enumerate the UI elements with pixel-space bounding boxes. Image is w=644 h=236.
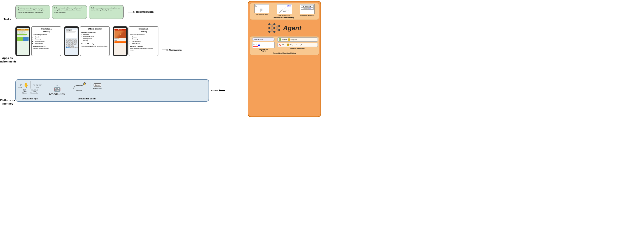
screen-bar-3: [17, 36, 24, 36]
function-label: Function of Elements: [256, 14, 268, 15]
lift-action: ✋ Lift: [24, 83, 28, 88]
action-types-label: Various Action Types: [22, 98, 38, 100]
vertical-divider-2: [29, 89, 29, 97]
pizza-image: 🍕: [114, 30, 126, 38]
article-title-widget: ARTICLE TITLE — Authored by XXX: [301, 5, 314, 10]
decision-content: should tap "XXX" ARTICLE TITLE Authored …: [251, 37, 318, 51]
content-area: Search me some tips on how to make Ukrai…: [15, 0, 247, 118]
phone-mockup-3: PizzaHut 🍕 Hello there! 🙋 Delivery 🛒 Add: [113, 26, 128, 56]
decision-section: should tap "XXX" ARTICLE TITLE Authored …: [250, 36, 319, 55]
failure-item: ❌ Failure 😟 Maybe another way?: [277, 43, 318, 47]
task-bubble-3: Order me today's recommended pizza and d…: [89, 5, 124, 19]
cap-function: ▽ Item 1 Item 2 Item 3 Item 4 Function o…: [253, 4, 270, 15]
click-action: ☞ ☞ ☞ Click: [33, 84, 42, 88]
agent-center: Agent: [250, 21, 319, 35]
understanding-items: ▽ Item 1 Item 2 Item 3 Item 4 Function o…: [251, 4, 318, 16]
success-response: Ok go on!: [291, 39, 297, 40]
app-title-shopping: Shopping &Ordering: [130, 28, 157, 33]
objects-divider: [90, 82, 91, 90]
pizza-brand: PizzaHut: [114, 29, 126, 30]
screen-bar-2: [17, 35, 26, 35]
decision-label: Capability of Decision-Making: [251, 52, 318, 54]
thumb-1: [17, 37, 23, 41]
article-action-widget: ARTICLE TITLE Authored by XXX: [252, 42, 274, 48]
mobile-env-center: 🤖 Mobile-Env: [49, 85, 65, 96]
phone-screen-1: wikiHow Welcome to wikiHow,the most trus…: [17, 28, 29, 55]
action-types-section: ☞ Touch ✋ Lift ☞ ☞ ☞: [18, 81, 45, 100]
ops-list-1: Search Browsing Comprehension Management: [35, 36, 60, 45]
tasks-section: Search me some tips on how to make Ukrai…: [16, 1, 246, 23]
app-group-knowledge: wikiHow Welcome to wikiHow,the most trus…: [16, 26, 61, 56]
wikihow-brand: wikiHow: [17, 29, 28, 30]
phone-mockup-2: Letter to My Boss qwertyuiop asdfghjkl z…: [64, 26, 79, 56]
happy-face: 😊: [288, 38, 290, 41]
mobile-env-label: Mobile-Env: [49, 92, 65, 96]
info-box-knowledge: Knowledge &Reading Featured Operations: …: [31, 26, 61, 56]
divider-2: [16, 76, 246, 76]
cap-links: Link See more about theauthor. Links bet…: [276, 4, 293, 16]
platform-section: ☞ Touch ✋ Lift ☞ ☞ ☞: [16, 77, 246, 103]
understanding-label: Capability of Understanding ...: [251, 17, 318, 18]
dropdown-widget: ▽: [255, 5, 258, 7]
links-label: Links between Pages: [278, 15, 290, 16]
lift-icon: ✋: [24, 83, 28, 87]
neural-net-svg: [268, 22, 281, 34]
phone-mockup-1: wikiHow Welcome to wikiHow,the most trus…: [16, 26, 30, 56]
svg-point-2: [268, 23, 270, 25]
agent-title: Agent: [283, 24, 302, 32]
links-icon-box: Link See more about theauthor.: [277, 4, 292, 14]
divider-1: [16, 24, 246, 24]
pixel-wise-section: ✋ Pixel-wise: [72, 81, 88, 91]
info-box-office: Office & Creation Featured Operations: B…: [80, 26, 110, 56]
action-objects-label: Various Action Objects: [78, 98, 96, 100]
observation-label: Observation: [168, 49, 182, 51]
obs-arrow: ⟶: [161, 47, 168, 53]
svg-point-7: [273, 31, 275, 33]
intent-label: Intent-Action Mapping: [259, 49, 268, 51]
app-title-office: Office & Creation: [82, 28, 108, 30]
feedback-label: Reacting to Feedback: [277, 48, 318, 49]
action-label: Action: [211, 89, 218, 92]
app-group-office: Letter to My Boss qwertyuiop asdfghjkl z…: [64, 26, 110, 56]
svg-point-6: [273, 27, 275, 29]
keyboard-area: qwertyuiop asdfghjkl zxcvbnm: [66, 39, 77, 47]
app-group-shopping: PizzaHut 🍕 Hello there! 🙋 Delivery 🛒 Add…: [113, 26, 158, 56]
success-label: Success: [282, 39, 287, 40]
action-icons: ☞ Touch ✋ Lift ☞ ☞ ☞: [18, 81, 42, 88]
main-diagram: Tasks Apps as Environments Platform as I…: [0, 0, 322, 118]
apps-section: wikiHow Welcome to wikiHow,the most trus…: [16, 25, 246, 75]
tap-bubble: should tap "XXX": [252, 37, 274, 41]
task-bubble-1: Search me some tips on how to make Ukrai…: [16, 5, 50, 19]
platform-box: ☞ Touch ✋ Lift ☞ ☞ ☞: [16, 79, 209, 102]
left-labels-column: Tasks Apps as Environments Platform as I…: [0, 0, 15, 118]
click-icon-3: ☞: [39, 84, 42, 87]
screen-bar-1: [17, 34, 27, 35]
apps-label: Apps as Environments: [0, 56, 17, 63]
feedback-section: ✅ Success 😊 Ok go on! ❌ Failure 😟 Maybe …: [277, 37, 318, 51]
intent-action-box: should tap "XXX" ARTICLE TITLE Authored …: [251, 37, 276, 51]
click-icon-1: ☞: [33, 84, 36, 87]
task-bubble-2: Help me to write a letter to my boss and…: [52, 5, 87, 19]
task-info-label: Task Information: [136, 11, 154, 13]
link-arrow-svg: [277, 4, 291, 14]
thumb-2: [23, 37, 29, 41]
svg-point-3: [268, 27, 270, 29]
pixel-path-svg: ✋: [72, 81, 86, 90]
success-icon: ✅: [278, 38, 281, 41]
platform-label: Platform as Interface: [0, 98, 15, 106]
ops-list-2: Browsing Comprehension Management Editin…: [84, 33, 108, 42]
click-icon-2: ☞: [36, 84, 39, 87]
action-arrow-group: Action ⟵: [211, 88, 225, 93]
understanding-section: ▽ Item 1 Item 2 Item 3 Item 4 Function o…: [250, 3, 319, 20]
svg-text:✋: ✋: [84, 83, 86, 85]
failure-label: Failure: [282, 44, 286, 46]
action-objects-section: ✋ Pixel-wise Button Element-wise Various…: [69, 81, 102, 100]
capacity-1: Rich text comprehension: [33, 48, 60, 50]
svg-point-5: [273, 23, 275, 25]
touch-icon: ☞: [18, 83, 22, 87]
agent-panel: ▽ Item 1 Item 2 Item 3 Item 4 Function o…: [248, 1, 321, 117]
failure-response: Maybe another way?: [290, 44, 302, 46]
success-item: ✅ Success 😊 Ok go on!: [277, 37, 318, 42]
function-icon-box: ▽ Item 1 Item 2 Item 3 Item 4: [254, 4, 269, 13]
cap-aligning: ARTICLE TITLE — Authored by XXX Instruct…: [298, 4, 316, 16]
